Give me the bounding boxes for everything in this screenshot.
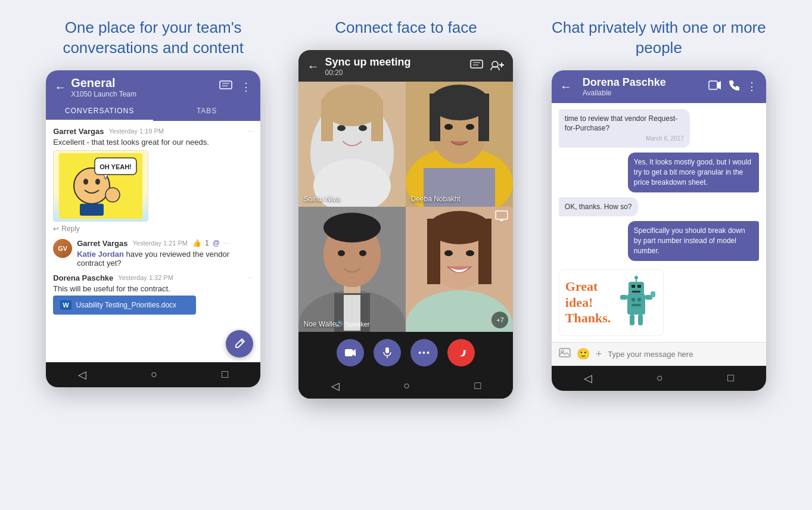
columns-layout: One place for your team's conversations …	[36, 18, 776, 399]
svg-rect-72	[631, 304, 641, 306]
chat-msg-3-text: OK, thanks. How so?	[565, 203, 632, 211]
phone2-android-nav: ◁ ○ □	[298, 374, 513, 399]
tab-tabs[interactable]: TABS	[153, 102, 260, 121]
msg1-author: Garret Vargas	[53, 127, 104, 136]
compose-fab-button[interactable]	[226, 330, 253, 357]
chat-more-icon[interactable]: ⋮	[746, 80, 758, 93]
nav-back-2[interactable]: ◁	[331, 380, 340, 393]
chat-back-button[interactable]: ←	[560, 80, 572, 94]
nav-home-3[interactable]: ○	[657, 372, 663, 384]
nav-recent-3[interactable]: □	[727, 372, 734, 384]
msg1-options[interactable]: ···	[247, 127, 253, 135]
conv-more-icon[interactable]: ⋮	[241, 80, 252, 94]
nav-home-2[interactable]: ○	[404, 380, 410, 392]
image-attach-icon[interactable]	[559, 347, 571, 361]
column-conversations: One place for your team's conversations …	[36, 18, 270, 387]
video-chat-icon[interactable]	[470, 60, 483, 73]
video-back-button[interactable]: ←	[307, 60, 319, 73]
video-controls: •••	[298, 332, 513, 374]
conv-fab-row	[46, 326, 260, 362]
msg2-options[interactable]: ···	[223, 239, 229, 247]
svg-point-71	[637, 298, 641, 301]
chat-msg-4-text: Specifically you should break down by pa…	[634, 226, 745, 255]
conv-messages-list: Garret Vargas Yesterday 1:19 PM ··· Exce…	[46, 121, 260, 326]
screen-share-icon	[495, 210, 508, 223]
page-container: One place for your team's conversations …	[0, 0, 812, 510]
deeba-face-svg	[406, 82, 513, 207]
nav-back-1[interactable]: ◁	[78, 368, 86, 381]
msg3-attachment[interactable]: W Usability Testing_Priorities.docx	[53, 296, 196, 315]
nav-back-3[interactable]: ◁	[584, 372, 592, 385]
column1-title: One place for your team's conversations …	[36, 18, 270, 58]
chat-input-field[interactable]	[608, 350, 758, 359]
video-cell-woman: +7	[406, 207, 513, 332]
like-count: 1	[205, 239, 209, 247]
msg2-content: Garret Vargas Yesterday 1:21 PM 👍 1 @ ··…	[77, 239, 253, 268]
svg-rect-24	[321, 99, 333, 141]
message-row-3: Dorena Paschke Yesterday 1:32 PM ··· Thi…	[53, 273, 253, 315]
video-toggle-button[interactable]	[337, 339, 364, 366]
svg-rect-73	[620, 295, 627, 300]
mic-toggle-button[interactable]	[374, 339, 401, 366]
great-idea-sticker: Greatidea!Thanks.	[559, 269, 664, 336]
conv-header-top: ← General X1050 Launch Team ⋮	[54, 76, 252, 102]
video-header-info: Sync up meeting 00:20	[325, 56, 464, 77]
conv-back-button[interactable]: ←	[54, 80, 66, 94]
video-grid: Sointu Niva	[298, 82, 513, 332]
chat-msg-1-text: time to review that vendor Request-for-P…	[565, 114, 677, 133]
svg-point-66	[634, 276, 638, 279]
conv-channel-sub: X1050 Launch Team	[71, 90, 219, 98]
video-cell-deeba: Deeba Nobakht	[406, 82, 513, 207]
msg3-text: This will be useful for the contract.	[53, 284, 253, 293]
svg-rect-14	[471, 60, 483, 68]
msg3-options[interactable]: ···	[247, 273, 253, 282]
msg1-sticker: OH YEAH!	[53, 150, 148, 222]
svg-rect-67	[631, 285, 635, 288]
noe-face-svg	[298, 207, 406, 332]
svg-point-7	[95, 179, 100, 185]
speaker-label: 🔊 Speaker	[335, 321, 369, 328]
msg1-text: Excellent - that test looks great for ou…	[53, 138, 253, 147]
chat-bubble-received-2: OK, thanks. How so?	[559, 197, 638, 217]
end-call-button[interactable]	[447, 339, 475, 366]
svg-point-36	[466, 124, 474, 130]
tab-conversations[interactable]: CONVERSATIONS	[46, 102, 153, 121]
msg1-reply-btn[interactable]: ↩ Reply	[53, 225, 253, 233]
conv-chat-icon[interactable]	[219, 80, 232, 94]
svg-rect-34	[478, 94, 489, 141]
svg-rect-56	[496, 211, 508, 219]
chat-msg-2-wrap: Yes, It looks mostly good, but I would t…	[559, 153, 759, 197]
msg3-author-line: Dorena Paschke Yesterday 1:32 PM ···	[53, 273, 253, 282]
svg-rect-61	[709, 81, 717, 89]
more-options-button[interactable]: •••	[410, 339, 438, 366]
nav-recent-1[interactable]: □	[222, 368, 228, 381]
phone3-android-nav: ◁ ○ □	[552, 366, 766, 391]
comic-svg: OH YEAH!	[59, 153, 142, 219]
chat-bubble-sent-1: Yes, It looks mostly good, but I would t…	[628, 153, 759, 192]
video-add-participants-icon[interactable]	[490, 60, 505, 73]
svg-rect-77	[638, 315, 643, 325]
chat-input-bar: 🙂 +	[552, 342, 766, 366]
chat-bubble-received-1: time to review that vendor Request-for-P…	[559, 109, 690, 148]
plus-icon[interactable]: +	[596, 348, 602, 360]
robot-svg	[615, 276, 657, 329]
svg-rect-78	[559, 349, 570, 357]
chat-call-icon[interactable]	[729, 80, 739, 93]
conv-phone-header: ← General X1050 Launch Team ⋮	[46, 70, 260, 102]
video-cell-sointu: Sointu Niva	[298, 82, 406, 207]
emoji-icon[interactable]: 🙂	[577, 347, 590, 360]
nav-recent-2[interactable]: □	[475, 380, 481, 392]
svg-point-45	[338, 250, 345, 256]
chat-video-icon[interactable]	[708, 80, 721, 92]
msg2-reactions: 👍 1 @ ···	[192, 239, 229, 247]
like-icon: 👍	[192, 239, 201, 247]
svg-rect-68	[637, 285, 641, 288]
svg-rect-0	[220, 81, 232, 89]
conv-phone-body: Garret Vargas Yesterday 1:19 PM ··· Exce…	[46, 121, 260, 362]
msg2-author-line: Garret Vargas Yesterday 1:21 PM 👍 1 @ ··…	[77, 239, 253, 248]
nav-home-1[interactable]: ○	[151, 368, 157, 381]
svg-text:OH YEAH!: OH YEAH!	[99, 163, 132, 170]
conv-tabs: CONVERSATIONS TABS	[46, 102, 260, 121]
chat-msg-1-wrap: time to review that vendor Request-for-P…	[559, 109, 759, 153]
msg2-author: Garret Vargas	[77, 239, 127, 248]
